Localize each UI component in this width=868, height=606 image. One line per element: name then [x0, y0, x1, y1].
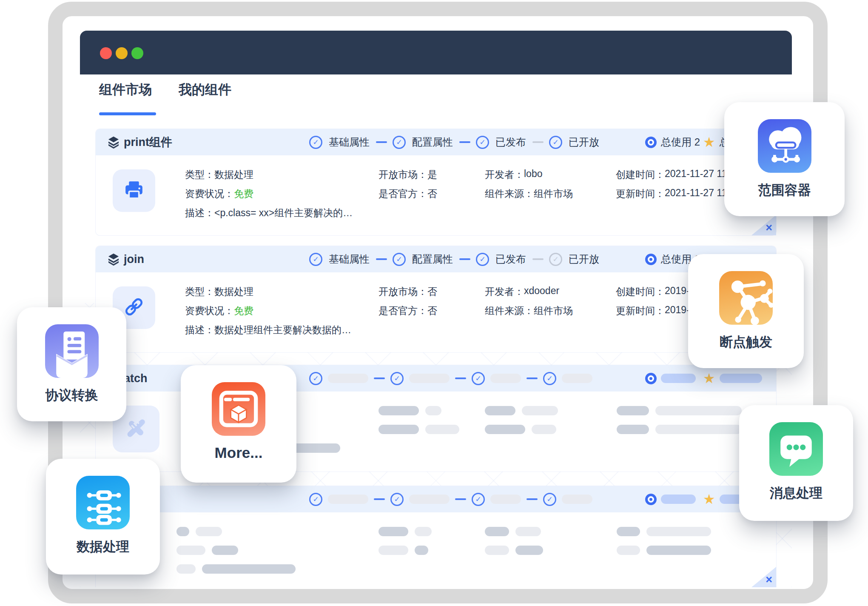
field-official: 是否官方：否: [379, 304, 437, 317]
rating-badge: [703, 365, 762, 392]
step-label: 配置属性: [412, 252, 453, 266]
field-type: 类型：数据处理: [185, 168, 253, 181]
step-connector: [459, 141, 470, 143]
step-connector: [526, 377, 538, 379]
step-label: 已开放: [569, 252, 599, 266]
skeleton-pill: [176, 564, 196, 574]
step-connector: [455, 498, 466, 500]
minimize-window-dot[interactable]: [116, 47, 128, 59]
float-card-protocol-conversion[interactable]: 协议转换: [17, 307, 126, 421]
app-canvas: 组件市场 我的组件 print组件 基础属性: [0, 0, 868, 606]
skeleton-pill: [425, 406, 441, 415]
ruler-pen-icon: [122, 414, 150, 443]
step-connector: [526, 498, 538, 500]
usage-badge: [645, 365, 696, 392]
chat-bubble-icon: [769, 422, 823, 476]
tab-component-market[interactable]: 组件市场: [99, 81, 152, 99]
float-card-label: More...: [181, 444, 296, 461]
component-card-join: join 基础属性 配置属性 已发布 已开放 总使用 6: [96, 246, 776, 352]
step-check-icon: [309, 253, 322, 266]
step-check-icon: [309, 136, 322, 149]
printer-icon: [122, 178, 146, 203]
field-created: 创建时间：2021-11-27 11:2: [616, 168, 735, 181]
skeleton-pill: [196, 527, 222, 536]
skeleton-pill: [415, 527, 432, 536]
cloud-network-icon: [758, 119, 811, 173]
close-window-dot[interactable]: [100, 47, 112, 59]
step-check-icon: [309, 372, 322, 385]
step-progress: 基础属性 配置属性 已发布 已开放: [309, 129, 600, 155]
skeleton-pill: [425, 425, 459, 434]
skeleton-pill: [655, 425, 742, 434]
card-corner-fold[interactable]: [751, 215, 776, 235]
card-header: [96, 486, 776, 512]
field-official: 是否官方：否: [379, 187, 437, 200]
card-corner-fold[interactable]: [751, 567, 776, 587]
step-label: 已发布: [495, 252, 526, 266]
float-card-more[interactable]: More...: [181, 365, 296, 483]
skeleton-pill: [617, 406, 649, 415]
float-card-message-processing[interactable]: 消息处理: [739, 405, 853, 521]
skeleton-pill: [485, 406, 515, 415]
field-description: 描述：数据处理组件主要解决数据的…: [185, 323, 351, 337]
app-window: 组件市场 我的组件 print组件 基础属性: [80, 31, 792, 587]
step-check-icon: [390, 493, 404, 506]
skeleton-pill: [409, 495, 450, 504]
step-connector: [374, 498, 385, 500]
field-created: 创建时间：2019-1: [616, 285, 695, 298]
field-developer: 开发者：xdooder: [485, 285, 559, 298]
float-card-range-container[interactable]: 范围容器: [724, 102, 845, 216]
close-icon[interactable]: ×: [766, 222, 772, 234]
skeleton-pill: [485, 546, 509, 555]
maximize-window-dot[interactable]: [131, 47, 143, 59]
step-check-icon: [476, 253, 489, 266]
step-label: 基础属性: [329, 252, 370, 266]
step-check-icon: [476, 136, 489, 149]
skeleton-pill: [515, 546, 543, 555]
card-header: join 基础属性 配置属性 已发布 已开放 总使用 6: [96, 246, 776, 272]
step-progress: 基础属性 配置属性 已发布 已开放: [309, 246, 600, 272]
step-connector: [459, 258, 470, 260]
document-envelope-icon: [45, 324, 99, 378]
float-card-breakpoint-trigger[interactable]: 断点触发: [688, 254, 804, 368]
field-fee: 资费状况：免费: [185, 187, 253, 200]
skeleton-pill: [617, 425, 649, 434]
skeleton-pill: [485, 527, 509, 536]
field-source: 组件来源：组件市场: [485, 304, 573, 317]
skeleton-pill: [617, 527, 640, 536]
skeleton-pill: [202, 564, 296, 574]
usage-badge: 总使用 2: [645, 129, 700, 155]
step-connector: [532, 258, 544, 260]
float-card-label: 断点触发: [688, 333, 804, 351]
skeleton-pill: [379, 406, 419, 415]
step-check-icon: [543, 372, 556, 385]
step-connector: [376, 258, 387, 260]
skeleton-pill: [661, 495, 696, 504]
step-check-icon: [549, 253, 562, 266]
close-icon[interactable]: ×: [766, 574, 772, 586]
skeleton-pill: [379, 546, 408, 555]
step-label: 基础属性: [329, 135, 370, 149]
field-open-market: 开放市场：否: [379, 285, 437, 298]
float-card-label: 协议转换: [17, 386, 126, 404]
skeleton-pill: [522, 406, 558, 415]
field-description: 描述：<p.class= xx>组件主要解决的…: [185, 206, 353, 220]
views-icon: [645, 254, 657, 265]
step-check-icon: [543, 493, 556, 506]
skeleton-pill: [562, 374, 592, 383]
float-card-label: 数据处理: [46, 538, 160, 556]
tab-my-components[interactable]: 我的组件: [179, 81, 231, 99]
field-source: 组件来源：组件市场: [485, 187, 573, 200]
step-connector: [376, 141, 387, 143]
molecule-nodes-icon: [719, 271, 773, 325]
layers-icon: [107, 135, 120, 149]
skeleton-pill: [490, 495, 521, 504]
float-card-data-processing[interactable]: 数据处理: [46, 459, 160, 575]
skeleton-pill: [661, 374, 696, 383]
star-icon: [703, 372, 715, 385]
step-label: 已开放: [569, 135, 599, 149]
field-updated: 更新时间：2021-11-27 11:2: [616, 187, 735, 200]
skeleton-pill: [409, 374, 450, 383]
component-name: print组件: [124, 129, 172, 155]
skeleton-pill: [415, 546, 428, 555]
